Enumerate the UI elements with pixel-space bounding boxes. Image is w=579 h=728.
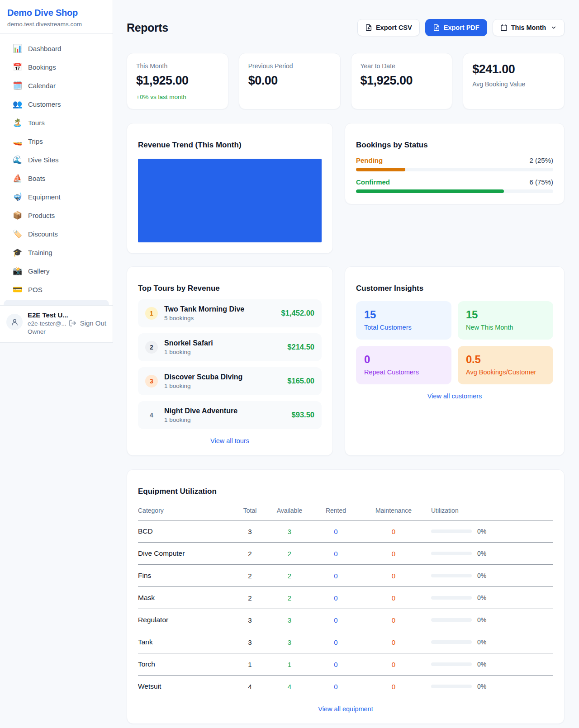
sidebar-item-dive-sites[interactable]: 🌊Dive Sites (4, 151, 109, 169)
equipment-total: 2 (233, 587, 267, 609)
sidebar-item-label: Customers (28, 100, 61, 108)
stat-value: $241.00 (472, 62, 555, 76)
tour-name: Night Dive Adventure (164, 407, 285, 415)
status-value: 6 (75%) (529, 178, 553, 186)
user-role: Owner (28, 328, 64, 335)
insight-tiles: 15Total Customers15New This Month0Repeat… (356, 301, 553, 384)
equipment-table-header: CategoryTotalAvailableRentedMaintenanceU… (138, 502, 553, 520)
utilization-bar-track (431, 685, 472, 688)
sidebar-item-label: Boats (28, 175, 45, 182)
export-pdf-button[interactable]: Export PDF (425, 19, 487, 36)
user-name: E2E Test U... (28, 311, 64, 319)
utilization-label: 0% (477, 638, 486, 646)
sidebar-item-bookings[interactable]: 📅Bookings (4, 58, 109, 76)
stat-note: +0% vs last month (136, 94, 219, 100)
equipment-rented: 0 (312, 653, 360, 676)
sidebar-item-label: POS (28, 286, 43, 293)
sidebar-item-calendar[interactable]: 🗓️Calendar (4, 76, 109, 95)
equipment-total: 4 (233, 676, 267, 698)
sidebar-item-dashboard[interactable]: 📊Dashboard (4, 39, 109, 58)
nav-active-item-partial (4, 300, 109, 305)
status-rows: Pending2 (25%)Confirmed6 (75%) (356, 156, 553, 193)
sidebar-item-gallery[interactable]: 📸Gallery (4, 262, 109, 280)
equipment-total: 3 (233, 631, 267, 653)
equipment-col-rented: Rented (312, 502, 360, 520)
stat-label: Year to Date (361, 62, 443, 70)
equipment-table: CategoryTotalAvailableRentedMaintenanceU… (138, 502, 553, 697)
equipment-row-dive-computer: Dive Computer22000% (138, 543, 553, 565)
sidebar-item-trips[interactable]: 🚤Trips (4, 132, 109, 151)
equipment-category: BCD (138, 520, 233, 543)
tour-name: Snorkel Safari (164, 339, 281, 347)
sidebar-item-equipment[interactable]: 🤿Equipment (4, 188, 109, 206)
equipment-total: 2 (233, 565, 267, 587)
sidebar-item-tours[interactable]: 🏝️Tours (4, 113, 109, 132)
revenue-trend-title: Revenue Trend (This Month) (138, 141, 322, 150)
export-csv-button[interactable]: Export CSV (357, 19, 420, 36)
sidebar-item-discounts[interactable]: 🏷️Discounts (4, 225, 109, 243)
customers-icon: 👥 (13, 99, 22, 109)
stat-label: Avg Booking Value (472, 80, 555, 88)
equipment-col-utilization: Utilization (427, 502, 553, 520)
utilization-cell: 0% (431, 572, 550, 579)
utilization-cell: 0% (431, 683, 550, 690)
shop-name: Demo Dive Shop (7, 8, 105, 18)
sidebar-item-label: Equipment (28, 193, 61, 201)
tour-revenue: $1,452.00 (281, 309, 314, 317)
view-all-tours-link[interactable]: View all tours (138, 437, 322, 444)
sidebar-item-label: Tours (28, 119, 45, 127)
equipment-utilization: 0% (427, 543, 553, 565)
insight-label: Total Customers (364, 324, 443, 331)
stat-card-previous-period: Previous Period$0.00 (239, 53, 341, 109)
equipment-available: 4 (267, 676, 312, 698)
utilization-bar-track (431, 552, 472, 555)
avatar (6, 314, 23, 330)
sidebar-item-products[interactable]: 📦Products (4, 206, 109, 225)
tour-row-discover-scuba-diving: 3Discover Scuba Diving1 booking$165.00 (138, 367, 322, 395)
sidebar-item-training[interactable]: 🎓Training (4, 243, 109, 262)
equipment-category: Wetsuit (138, 676, 233, 698)
top-tours-card: Top Tours by Revenue 1Two Tank Morning D… (127, 266, 333, 456)
tour-info: Two Tank Morning Dive5 bookings (164, 305, 275, 321)
header-actions: Export CSV Export PDF This Month (357, 19, 565, 36)
calendar-icon: 🗓️ (13, 81, 22, 90)
status-row-pending: Pending2 (25%) (356, 156, 553, 171)
sign-out-button[interactable]: Sign Out (69, 319, 106, 327)
tour-bookings: 1 booking (164, 349, 281, 355)
tour-bookings: 1 booking (164, 383, 281, 389)
equipment-maintenance: 0 (360, 609, 427, 631)
stat-card-avg-booking-value: $241.00Avg Booking Value (463, 53, 565, 109)
sidebar-item-customers[interactable]: 👥Customers (4, 95, 109, 113)
utilization-label: 0% (477, 550, 486, 557)
sidebar-item-label: Discounts (28, 230, 58, 238)
equipment-utilization: 0% (427, 653, 553, 676)
shop-domain: demo.test.divestreams.com (7, 21, 105, 28)
view-all-equipment-link[interactable]: View all equipment (138, 705, 553, 713)
stat-label: This Month (136, 62, 219, 70)
tour-bookings: 1 booking (164, 416, 285, 423)
sidebar-item-boats[interactable]: ⛵Boats (4, 169, 109, 188)
tours-icon: 🏝️ (13, 118, 22, 128)
sidebar-item-label: Gallery (28, 267, 50, 275)
tour-info: Discover Scuba Diving1 booking (164, 373, 281, 389)
equipment-maintenance: 0 (360, 565, 427, 587)
equipment-category: Mask (138, 587, 233, 609)
equipment-row-bcd: BCD33000% (138, 520, 553, 543)
equipment-maintenance: 0 (360, 543, 427, 565)
shop-header: Demo Dive Shop demo.test.divestreams.com (0, 0, 113, 34)
revenue-trend-card: Revenue Trend (This Month) (127, 123, 333, 254)
view-all-customers-link[interactable]: View all customers (356, 392, 553, 400)
insight-label: New This Month (466, 324, 545, 331)
tour-bookings: 5 bookings (164, 315, 275, 321)
tour-info: Night Dive Adventure1 booking (164, 407, 285, 423)
period-selector[interactable]: This Month (493, 19, 565, 36)
insight-tile-avg-bookings-customer: 0.5Avg Bookings/Customer (458, 346, 553, 384)
equipment-category: Regulator (138, 609, 233, 631)
equipment-category: Fins (138, 565, 233, 587)
tour-row-night-dive-adventure: 4Night Dive Adventure1 booking$93.50 (138, 401, 322, 429)
tour-row-snorkel-safari: 2Snorkel Safari1 booking$214.50 (138, 333, 322, 361)
tour-info: Snorkel Safari1 booking (164, 339, 281, 355)
products-icon: 📦 (13, 211, 22, 220)
sidebar-item-pos[interactable]: 💳POS (4, 280, 109, 299)
equipment-utilization-card: Equipment Utilization CategoryTotalAvail… (127, 469, 565, 724)
